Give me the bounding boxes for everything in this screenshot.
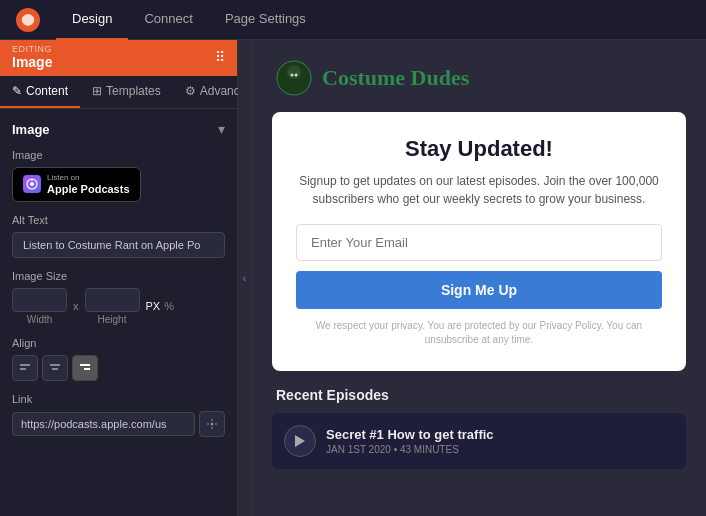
align-right-btn[interactable] <box>72 355 98 381</box>
svg-rect-8 <box>84 368 90 370</box>
size-units: PX % <box>146 300 174 312</box>
image-size-label: Image Size <box>12 270 225 282</box>
editing-bar: EDITING Image ⠿ <box>0 40 237 76</box>
link-input[interactable] <box>12 412 195 436</box>
grid-icon[interactable]: ⠿ <box>215 49 225 65</box>
align-row <box>12 355 225 381</box>
alt-text-label: Alt Text <box>12 214 225 226</box>
settings-icon: ⚙ <box>185 84 196 98</box>
link-settings-btn[interactable] <box>199 411 225 437</box>
link-label: Link <box>12 393 225 405</box>
site-logo <box>276 60 312 96</box>
collapse-handle[interactable]: ‹ <box>238 40 252 516</box>
episode-info: Secret #1 How to get traffic JAN 1ST 202… <box>326 427 674 455</box>
size-row: Width x Height PX % <box>12 288 225 325</box>
privacy-text: We respect your privacy. You are protect… <box>296 319 662 347</box>
height-label: Height <box>98 314 127 325</box>
sub-tabs: ✎ Content ⊞ Templates ⚙ Advanced <box>0 76 237 109</box>
link-row <box>12 411 225 437</box>
section-title: Image <box>12 122 50 137</box>
unit-px[interactable]: PX <box>146 300 161 312</box>
email-input[interactable] <box>296 224 662 261</box>
editing-title: Image <box>12 54 52 70</box>
play-button[interactable] <box>284 425 316 457</box>
signup-card: Stay Updated! Signup to get updates on o… <box>272 112 686 371</box>
apple-podcasts-icon <box>23 175 41 193</box>
templates-icon: ⊞ <box>92 84 102 98</box>
alt-text-input[interactable] <box>12 232 225 258</box>
svg-rect-6 <box>52 368 58 370</box>
right-preview: Costume Dudes Stay Updated! Signup to ge… <box>252 40 706 516</box>
episode-card: Secret #1 How to get traffic JAN 1ST 202… <box>272 413 686 469</box>
svg-rect-7 <box>80 364 90 366</box>
collapse-arrow[interactable]: ▾ <box>218 121 225 137</box>
site-header: Costume Dudes <box>272 60 686 96</box>
width-input[interactable] <box>12 288 67 312</box>
svg-rect-5 <box>50 364 60 366</box>
main-layout: EDITING Image ⠿ ✎ Content ⊞ Templates ⚙ … <box>0 40 706 516</box>
left-panel: EDITING Image ⠿ ✎ Content ⊞ Templates ⚙ … <box>0 40 238 516</box>
top-nav: Design Connect Page Settings <box>0 0 706 40</box>
svg-point-15 <box>291 74 294 77</box>
panel-content: Image ▾ Image Listen on Apple Podcasts A <box>0 109 237 516</box>
svg-rect-3 <box>20 364 30 366</box>
apple-listen-label: Listen on <box>47 174 130 183</box>
tab-connect[interactable]: Connect <box>128 0 208 40</box>
svg-point-16 <box>295 74 298 77</box>
editing-label: EDITING <box>12 44 52 54</box>
svg-marker-17 <box>295 435 305 447</box>
signup-card-desc: Signup to get updates on our latest epis… <box>296 172 662 208</box>
site-title: Costume Dudes <box>322 65 469 91</box>
width-label: Width <box>27 314 53 325</box>
tab-content[interactable]: ✎ Content <box>0 76 80 108</box>
episode-title: Secret #1 How to get traffic <box>326 427 674 442</box>
signup-card-title: Stay Updated! <box>296 136 662 162</box>
unit-percent[interactable]: % <box>164 300 174 312</box>
align-left-btn[interactable] <box>12 355 38 381</box>
tab-page-settings[interactable]: Page Settings <box>209 0 322 40</box>
apple-badge[interactable]: Listen on Apple Podcasts <box>12 167 141 202</box>
align-label: Align <box>12 337 225 349</box>
tab-design[interactable]: Design <box>56 0 128 40</box>
image-label: Image <box>12 149 225 161</box>
apple-podcasts-label: Apple Podcasts <box>47 183 130 195</box>
svg-point-9 <box>211 422 214 425</box>
svg-point-1 <box>30 182 34 186</box>
app-logo <box>16 8 40 32</box>
section-header: Image ▾ <box>12 121 225 137</box>
pencil-icon: ✎ <box>12 84 22 98</box>
align-center-btn[interactable] <box>42 355 68 381</box>
sign-up-button[interactable]: Sign Me Up <box>296 271 662 309</box>
apple-badge-text: Listen on Apple Podcasts <box>47 174 130 195</box>
height-input[interactable] <box>85 288 140 312</box>
svg-rect-4 <box>20 368 26 370</box>
preview-content: Costume Dudes Stay Updated! Signup to ge… <box>252 40 706 516</box>
tab-templates[interactable]: ⊞ Templates <box>80 76 173 108</box>
episode-meta: JAN 1ST 2020 • 43 MINUTES <box>326 444 674 455</box>
recent-episodes-header: Recent Episodes <box>272 387 686 403</box>
size-separator: x <box>73 300 79 312</box>
